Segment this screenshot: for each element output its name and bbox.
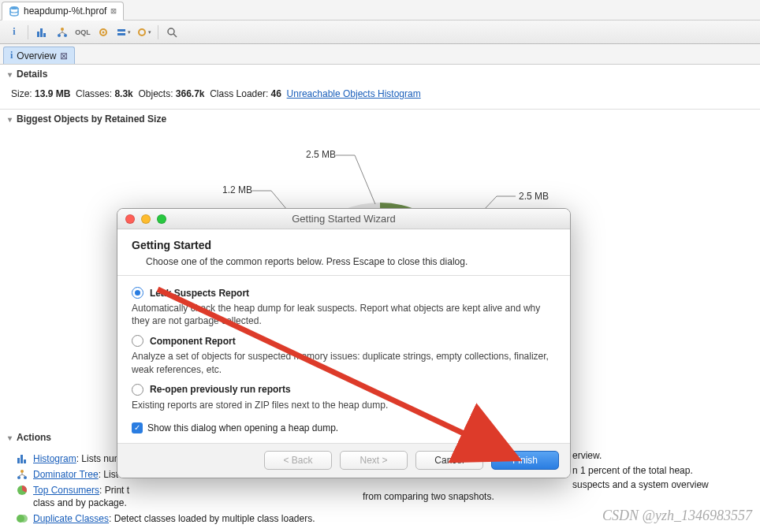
svg-point-11	[139, 29, 145, 35]
section-biggest-title: Biggest Objects by Retained Size	[17, 113, 166, 125]
svg-rect-22	[24, 459, 26, 463]
svg-point-8	[102, 31, 105, 33]
pie-label-b: 2.5 MB	[519, 191, 549, 202]
query-dropdown[interactable]	[136, 24, 152, 40]
watermark: CSDN @yzh_1346983557	[602, 508, 752, 524]
radio-reopen-desc: Existing reports are stored in ZIP files…	[132, 399, 556, 411]
window-minimize-icon[interactable]	[141, 214, 151, 224]
unreachable-link[interactable]: Unreachable Objects Histogram	[287, 88, 421, 99]
finish-button[interactable]: Finish	[491, 451, 559, 470]
svg-point-25	[24, 476, 27, 479]
section-actions-title: Actions	[17, 432, 51, 443]
tab-close-icon[interactable]: ⊠	[60, 50, 68, 61]
action-histogram: Histogram: Lists numb	[33, 452, 127, 466]
toolbar: i OQL	[0, 20, 760, 44]
svg-rect-2	[40, 28, 43, 37]
dominator-link[interactable]: Dominator Tree	[33, 469, 99, 480]
histogram-link[interactable]: Histogram	[33, 453, 76, 464]
details-line: Size: 13.9 MB Classes: 8.3k Objects: 366…	[11, 88, 421, 99]
svg-line-13	[173, 34, 177, 37]
duplicates-link[interactable]: Duplicate Classes	[33, 513, 109, 524]
radio-reopen-label: Re-open previously run reports	[150, 384, 291, 395]
back-button: < Back	[264, 451, 332, 470]
radio-leak-suspects[interactable]	[132, 287, 143, 299]
action-duplicates: Duplicate Classes: Detect classes loaded…	[33, 512, 315, 526]
snapshot-text: from comparing two snapshots.	[363, 491, 494, 502]
run-dropdown[interactable]	[116, 24, 132, 40]
section-details-title: Details	[17, 69, 47, 80]
next-button: Next >	[340, 451, 408, 470]
window-close-icon[interactable]	[125, 214, 135, 224]
histogram-icon[interactable]	[34, 24, 50, 40]
duplicate-icon	[16, 512, 28, 525]
radio-leak-desc: Automatically check the heap dump for le…	[132, 302, 556, 327]
svg-rect-1	[37, 32, 39, 37]
tab-overview-label: Overview	[17, 50, 56, 61]
section-details-header[interactable]: ▾ Details	[0, 65, 760, 84]
svg-point-24	[17, 476, 20, 479]
pie-label-a: 2.5 MB	[306, 149, 336, 160]
editor-tab[interactable]: heapdump-%t.hprof ⊠	[2, 2, 124, 20]
separator	[158, 25, 158, 39]
action-dominator: Dominator Tree: List th	[33, 468, 129, 482]
svg-rect-10	[117, 33, 125, 35]
svg-point-23	[20, 470, 24, 473]
twisty-icon: ▾	[8, 433, 12, 442]
svg-point-5	[58, 34, 61, 37]
gear-icon[interactable]	[95, 24, 111, 40]
radio-component-report[interactable]	[132, 335, 143, 347]
oql-icon[interactable]: OQL	[75, 24, 91, 40]
svg-rect-20	[17, 458, 20, 463]
tree-icon[interactable]	[54, 24, 70, 40]
info-icon[interactable]: i	[6, 24, 22, 40]
dialog-titlebar[interactable]: Getting Started Wizard	[117, 209, 570, 229]
svg-rect-21	[20, 455, 23, 463]
dialog-subheading: Choose one of the common reports below. …	[146, 256, 556, 267]
histogram-icon	[16, 452, 28, 465]
getting-started-dialog: Getting Started Wizard Getting Started C…	[117, 208, 571, 478]
svg-point-0	[10, 6, 18, 9]
section-biggest-header[interactable]: ▾ Biggest Objects by Retained Size	[0, 110, 760, 128]
pie-icon	[16, 484, 28, 497]
tab-close-icon[interactable]: ⊠	[110, 6, 116, 17]
database-icon	[9, 6, 20, 17]
svg-point-6	[64, 34, 67, 37]
radio-leak-label: Leak Suspects Report	[150, 288, 249, 299]
twisty-icon: ▾	[8, 70, 12, 79]
tree-icon	[16, 468, 28, 481]
separator	[28, 25, 28, 39]
twisty-icon: ▾	[8, 115, 12, 124]
right-column-text: erview. n 1 percent of the total heap. s…	[572, 448, 709, 493]
svg-point-12	[168, 28, 174, 35]
editor-tab-label: heapdump-%t.hprof	[24, 6, 106, 17]
search-icon[interactable]	[164, 24, 180, 40]
window-zoom-icon[interactable]	[157, 214, 166, 224]
cancel-button[interactable]: Cancel	[415, 451, 483, 470]
radio-component-label: Component Report	[150, 336, 236, 347]
show-dialog-checkbox[interactable]: ✓	[132, 422, 143, 433]
svg-point-4	[61, 28, 64, 31]
dialog-title: Getting Started Wizard	[117, 213, 570, 225]
radio-component-desc: Analyze a set of objects for suspected m…	[132, 350, 556, 375]
svg-point-28	[20, 515, 28, 523]
info-icon: i	[10, 50, 13, 61]
svg-rect-9	[117, 29, 125, 32]
svg-line-16	[355, 155, 375, 204]
dialog-heading: Getting Started	[132, 239, 556, 251]
topconsumers-link[interactable]: Top Consumers	[33, 485, 99, 496]
show-dialog-label: Show this dialog when opening a heap dum…	[147, 422, 338, 433]
tab-overview[interactable]: i Overview ⊠	[3, 47, 75, 64]
pie-label-c: 1.2 MB	[222, 184, 252, 195]
action-topconsumers: Top Consumers: Print tclass and by packa…	[33, 484, 129, 511]
svg-rect-3	[43, 33, 46, 37]
radio-reopen[interactable]	[132, 384, 143, 396]
